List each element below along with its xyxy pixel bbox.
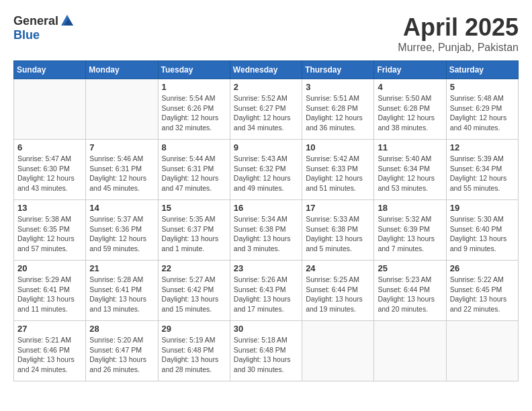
day-number: 28 [89, 324, 154, 334]
page-header: General Blue April 2025 Murree, Punjab, … [13, 13, 519, 54]
day-number: 14 [89, 203, 154, 213]
calendar-cell: 19Sunrise: 5:30 AMSunset: 6:40 PMDayligh… [446, 200, 518, 261]
day-number: 11 [378, 142, 442, 152]
calendar-table: SundayMondayTuesdayWednesdayThursdayFrid… [13, 60, 519, 381]
calendar-cell [86, 79, 158, 140]
calendar-cell: 27Sunrise: 5:21 AMSunset: 6:46 PMDayligh… [14, 321, 86, 381]
day-info: Sunrise: 5:37 AMSunset: 6:36 PMDaylight:… [89, 214, 154, 254]
day-info: Sunrise: 5:47 AMSunset: 6:30 PMDaylight:… [17, 154, 82, 193]
weekday-header-saturday: Saturday [446, 61, 518, 79]
weekday-header-monday: Monday [86, 61, 158, 79]
day-info: Sunrise: 5:19 AMSunset: 6:48 PMDaylight:… [162, 335, 226, 375]
week-row-1: 1Sunrise: 5:54 AMSunset: 6:26 PMDaylight… [14, 79, 519, 140]
calendar-cell [302, 321, 374, 381]
day-number: 5 [450, 82, 515, 92]
calendar-cell: 1Sunrise: 5:54 AMSunset: 6:26 PMDaylight… [158, 79, 230, 140]
day-number: 16 [234, 203, 298, 213]
day-info: Sunrise: 5:51 AMSunset: 6:28 PMDaylight:… [306, 93, 370, 133]
day-number: 21 [89, 263, 154, 273]
day-info: Sunrise: 5:18 AMSunset: 6:48 PMDaylight:… [234, 335, 298, 375]
day-info: Sunrise: 5:33 AMSunset: 6:38 PMDaylight:… [306, 214, 370, 254]
day-info: Sunrise: 5:39 AMSunset: 6:34 PMDaylight:… [450, 154, 515, 193]
day-info: Sunrise: 5:22 AMSunset: 6:45 PMDaylight:… [450, 275, 515, 314]
calendar-cell: 30Sunrise: 5:18 AMSunset: 6:48 PMDayligh… [230, 321, 302, 381]
weekday-header-row: SundayMondayTuesdayWednesdayThursdayFrid… [14, 61, 519, 79]
day-number: 22 [162, 263, 226, 273]
calendar-cell: 18Sunrise: 5:32 AMSunset: 6:39 PMDayligh… [374, 200, 446, 261]
day-number: 12 [450, 142, 515, 152]
day-number: 23 [234, 263, 298, 273]
calendar-cell: 22Sunrise: 5:27 AMSunset: 6:42 PMDayligh… [158, 261, 230, 321]
day-info: Sunrise: 5:42 AMSunset: 6:33 PMDaylight:… [306, 154, 370, 193]
day-number: 24 [306, 263, 370, 273]
day-number: 9 [234, 142, 298, 152]
calendar-cell: 4Sunrise: 5:50 AMSunset: 6:28 PMDaylight… [374, 79, 446, 140]
day-info: Sunrise: 5:25 AMSunset: 6:44 PMDaylight:… [306, 275, 370, 314]
weekday-header-wednesday: Wednesday [230, 61, 302, 79]
day-info: Sunrise: 5:34 AMSunset: 6:38 PMDaylight:… [234, 214, 298, 254]
calendar-cell: 10Sunrise: 5:42 AMSunset: 6:33 PMDayligh… [302, 140, 374, 200]
day-info: Sunrise: 5:52 AMSunset: 6:27 PMDaylight:… [234, 93, 298, 133]
day-info: Sunrise: 5:54 AMSunset: 6:26 PMDaylight:… [162, 93, 226, 133]
day-info: Sunrise: 5:32 AMSunset: 6:39 PMDaylight:… [378, 214, 442, 254]
logo-general-text: General [13, 14, 58, 28]
calendar-cell: 7Sunrise: 5:46 AMSunset: 6:31 PMDaylight… [86, 140, 158, 200]
day-number: 19 [450, 203, 515, 213]
location-title: Murree, Punjab, Pakistan [398, 42, 519, 54]
logo-icon [60, 13, 75, 28]
day-info: Sunrise: 5:38 AMSunset: 6:35 PMDaylight:… [17, 214, 82, 254]
calendar-cell: 16Sunrise: 5:34 AMSunset: 6:38 PMDayligh… [230, 200, 302, 261]
calendar-cell: 12Sunrise: 5:39 AMSunset: 6:34 PMDayligh… [446, 140, 518, 200]
weekday-header-sunday: Sunday [14, 61, 86, 79]
day-number: 17 [306, 203, 370, 213]
day-number: 27 [17, 324, 82, 334]
weekday-header-friday: Friday [374, 61, 446, 79]
day-number: 26 [450, 263, 515, 273]
weekday-header-tuesday: Tuesday [158, 61, 230, 79]
weekday-header-thursday: Thursday [302, 61, 374, 79]
day-info: Sunrise: 5:46 AMSunset: 6:31 PMDaylight:… [89, 154, 154, 193]
day-number: 4 [378, 82, 442, 92]
calendar-cell: 15Sunrise: 5:35 AMSunset: 6:37 PMDayligh… [158, 200, 230, 261]
day-info: Sunrise: 5:30 AMSunset: 6:40 PMDaylight:… [450, 214, 515, 254]
day-info: Sunrise: 5:50 AMSunset: 6:28 PMDaylight:… [378, 93, 442, 133]
calendar-cell: 6Sunrise: 5:47 AMSunset: 6:30 PMDaylight… [14, 140, 86, 200]
logo-blue-text: Blue [13, 28, 40, 42]
week-row-3: 13Sunrise: 5:38 AMSunset: 6:35 PMDayligh… [14, 200, 519, 261]
day-info: Sunrise: 5:35 AMSunset: 6:37 PMDaylight:… [162, 214, 226, 254]
week-row-4: 20Sunrise: 5:29 AMSunset: 6:41 PMDayligh… [14, 261, 519, 321]
day-number: 2 [234, 82, 298, 92]
calendar-cell: 5Sunrise: 5:48 AMSunset: 6:29 PMDaylight… [446, 79, 518, 140]
calendar-cell: 17Sunrise: 5:33 AMSunset: 6:38 PMDayligh… [302, 200, 374, 261]
calendar-cell: 24Sunrise: 5:25 AMSunset: 6:44 PMDayligh… [302, 261, 374, 321]
calendar-cell: 11Sunrise: 5:40 AMSunset: 6:34 PMDayligh… [374, 140, 446, 200]
calendar-cell [374, 321, 446, 381]
day-info: Sunrise: 5:21 AMSunset: 6:46 PMDaylight:… [17, 335, 82, 375]
calendar-cell: 29Sunrise: 5:19 AMSunset: 6:48 PMDayligh… [158, 321, 230, 381]
day-number: 6 [17, 142, 82, 152]
day-number: 29 [162, 324, 226, 334]
day-number: 30 [234, 324, 298, 334]
day-number: 18 [378, 203, 442, 213]
calendar-cell: 23Sunrise: 5:26 AMSunset: 6:43 PMDayligh… [230, 261, 302, 321]
calendar-cell [14, 79, 86, 140]
calendar-cell: 20Sunrise: 5:29 AMSunset: 6:41 PMDayligh… [14, 261, 86, 321]
day-number: 8 [162, 142, 226, 152]
calendar-cell: 25Sunrise: 5:23 AMSunset: 6:44 PMDayligh… [374, 261, 446, 321]
day-info: Sunrise: 5:26 AMSunset: 6:43 PMDaylight:… [234, 275, 298, 314]
day-info: Sunrise: 5:20 AMSunset: 6:47 PMDaylight:… [89, 335, 154, 375]
day-info: Sunrise: 5:40 AMSunset: 6:34 PMDaylight:… [378, 154, 442, 193]
day-number: 3 [306, 82, 370, 92]
day-info: Sunrise: 5:28 AMSunset: 6:41 PMDaylight:… [89, 275, 154, 314]
day-info: Sunrise: 5:29 AMSunset: 6:41 PMDaylight:… [17, 275, 82, 314]
calendar-cell: 2Sunrise: 5:52 AMSunset: 6:27 PMDaylight… [230, 79, 302, 140]
calendar-cell: 13Sunrise: 5:38 AMSunset: 6:35 PMDayligh… [14, 200, 86, 261]
logo: General Blue [13, 13, 75, 42]
week-row-5: 27Sunrise: 5:21 AMSunset: 6:46 PMDayligh… [14, 321, 519, 381]
day-info: Sunrise: 5:43 AMSunset: 6:32 PMDaylight:… [234, 154, 298, 193]
month-year-title: April 2025 [398, 13, 519, 42]
calendar-cell: 28Sunrise: 5:20 AMSunset: 6:47 PMDayligh… [86, 321, 158, 381]
day-number: 20 [17, 263, 82, 273]
day-info: Sunrise: 5:27 AMSunset: 6:42 PMDaylight:… [162, 275, 226, 314]
calendar-cell: 21Sunrise: 5:28 AMSunset: 6:41 PMDayligh… [86, 261, 158, 321]
